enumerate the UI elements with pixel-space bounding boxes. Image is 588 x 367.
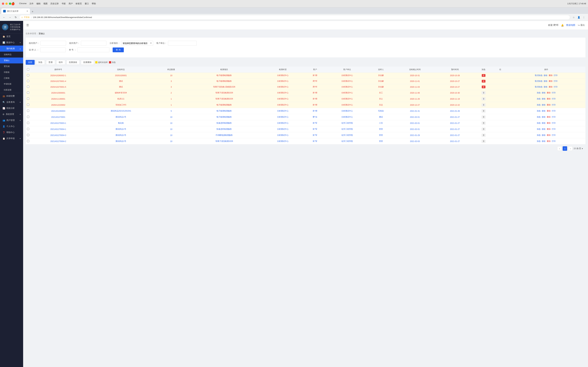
order-id-link[interactable]: 2021A01270004-1: [50, 128, 66, 130]
action-删除-link[interactable]: 删除: [549, 74, 553, 76]
profile-icon[interactable]: 👤: [577, 15, 581, 20]
action-删除-link[interactable]: 删除: [547, 140, 551, 142]
tab-close-btn[interactable]: ✕: [26, 10, 28, 12]
notification-bell-icon[interactable]: 🔔: [561, 24, 564, 26]
more-options-icon[interactable]: ⋮: [582, 15, 586, 20]
action-删除-link[interactable]: 删除: [547, 92, 551, 94]
sidebar-item-submit-sample[interactable]: 送检样品: [0, 52, 23, 58]
row-checkbox[interactable]: [27, 122, 29, 124]
menu-user[interactable]: 用户: [69, 2, 73, 5]
action-接收-link[interactable]: 接收: [542, 110, 545, 112]
action-接收-link[interactable]: 接收: [542, 140, 545, 142]
action-接收-link[interactable]: 接收: [542, 134, 545, 136]
menu-window[interactable]: 窗口: [85, 2, 89, 5]
action-接收-link[interactable]: 接收: [542, 104, 545, 106]
tab-urgent[interactable]: 加急: [36, 60, 45, 65]
action-接收-link[interactable]: 接收: [544, 80, 547, 82]
action-删除-link[interactable]: 删除: [547, 104, 551, 106]
action-加急-link[interactable]: 加急: [537, 128, 541, 130]
order-id-link[interactable]: 2020A10270001-5: [50, 86, 66, 88]
action-删除-link[interactable]: 删除: [547, 116, 551, 118]
page-size-selector[interactable]: 15 条/页 ▾: [573, 147, 583, 150]
sidebar-item-research-fund[interactable]: 💼 科研经费: [0, 93, 23, 99]
sidebar-item-pending[interactable]: 待签收: [0, 69, 23, 75]
action-取消加急-link[interactable]: 取消加急: [535, 86, 543, 88]
page-1-btn[interactable]: 1: [563, 146, 567, 151]
sidebar-item-booking[interactable]: 👤 预约检测 ▴: [0, 46, 23, 52]
mac-window-controls[interactable]: [2, 3, 11, 5]
action-加急-link[interactable]: 加急: [537, 122, 541, 124]
logout-btn[interactable]: ↪ 退出: [578, 24, 585, 27]
browser-tab[interactable]: 浙江工业大学 ✕: [1, 8, 30, 14]
menu-chrome[interactable]: Chrome: [19, 2, 26, 5]
action-打印-link[interactable]: 打印: [552, 104, 556, 106]
sidebar-item-apply-settlement[interactable]: 申请结算: [0, 81, 23, 87]
sidebar-item-shared-report[interactable]: 📋 共享申报 ▾: [0, 135, 23, 142]
action-加急-link[interactable]: 加急: [537, 92, 541, 94]
action-接收-link[interactable]: 接收: [544, 74, 547, 76]
action-接收-link[interactable]: 接收: [544, 86, 547, 88]
order-id-link[interactable]: 2020A12220002: [51, 104, 65, 106]
close-window-btn[interactable]: [2, 3, 4, 5]
order-id-link[interactable]: 2021A01270003-1: [50, 122, 66, 124]
sender-input[interactable]: [40, 48, 66, 52]
action-打印-link[interactable]: 打印: [552, 92, 556, 94]
row-checkbox[interactable]: [27, 128, 29, 130]
menu-bookmarks[interactable]: 书签: [61, 2, 66, 5]
maximize-window-btn[interactable]: [9, 3, 11, 5]
action-删除-link[interactable]: 删除: [547, 134, 551, 136]
sidebar-item-help[interactable]: ❓ 帮助中心: [0, 129, 23, 135]
order-id-link[interactable]: 2021A01270004-3: [50, 134, 66, 136]
action-打印-link[interactable]: 打印: [554, 80, 558, 82]
row-checkbox[interactable]: [27, 134, 29, 136]
back-btn[interactable]: ←: [2, 15, 6, 20]
sidebar-item-home[interactable]: 🏠 首页: [0, 33, 23, 40]
breadcrumb-parent[interactable]: 任务单管理: [26, 32, 36, 35]
action-打印-link[interactable]: 打印: [552, 128, 556, 130]
reload-btn[interactable]: ↻: [13, 15, 18, 20]
action-打印-link[interactable]: 打印: [552, 116, 556, 118]
row-checkbox[interactable]: [27, 104, 29, 106]
action-打印-link[interactable]: 打印: [552, 98, 556, 100]
address-bar[interactable]: ⚠ 不安全 | 139.196.83.198:89/home/taskSheet…: [19, 15, 570, 20]
order-id-link[interactable]: 2020A11190001: [51, 98, 65, 100]
forward-btn[interactable]: →: [8, 15, 12, 20]
action-接收-link[interactable]: 接收: [542, 98, 545, 100]
sidebar-item-system[interactable]: ⚙ 系统管理 ▾: [0, 111, 23, 117]
action-打印-link[interactable]: 打印: [552, 122, 556, 124]
order-id-link[interactable]: 2021A01260003: [51, 110, 65, 112]
action-加急-link[interactable]: 加急: [537, 140, 541, 142]
row-checkbox[interactable]: [27, 110, 29, 112]
analysis-project-select[interactable]: 请选择您要查询的分析项目: [121, 41, 153, 46]
sidebar-item-confirm[interactable]: 置确认: [0, 58, 23, 63]
action-接收-link[interactable]: 接收: [542, 128, 545, 130]
batch-delete-btn[interactable]: 批量删除: [81, 60, 94, 65]
action-打印-link[interactable]: 打印: [552, 110, 556, 112]
customer-unit-input[interactable]: [168, 41, 197, 46]
action-取消加急-link[interactable]: 取消加急: [535, 74, 543, 76]
action-加急-link[interactable]: 加急: [537, 104, 541, 106]
new-tab-btn[interactable]: +: [30, 9, 35, 14]
action-打印-link[interactable]: 打印: [552, 140, 556, 142]
order-no-input[interactable]: [78, 48, 109, 52]
row-checkbox[interactable]: [27, 140, 29, 142]
action-打印-link[interactable]: 打印: [554, 74, 558, 76]
action-加急-link[interactable]: 加急: [537, 98, 541, 100]
order-id-link[interactable]: 2021A01270004-2: [50, 140, 66, 142]
action-接收-link[interactable]: 接收: [542, 92, 545, 94]
apple-icon[interactable]: 🍎: [11, 2, 15, 5]
data-map-link[interactable]: 数据地图: [566, 24, 575, 27]
action-打印-link[interactable]: 打印: [552, 134, 556, 136]
select-all-checkbox[interactable]: [27, 68, 29, 70]
row-checkbox[interactable]: [27, 92, 29, 94]
action-打印-link[interactable]: 打印: [554, 86, 558, 88]
row-checkbox[interactable]: [27, 86, 29, 88]
menu-edit[interactable]: 编辑: [36, 2, 41, 5]
order-id-link[interactable]: 2020A10300001: [51, 92, 65, 94]
action-加急-link[interactable]: 加急: [537, 116, 541, 118]
action-删除-link[interactable]: 删除: [547, 122, 551, 124]
menu-file[interactable]: 文件: [29, 2, 34, 5]
sidebar-item-received[interactable]: 已签收: [0, 75, 23, 81]
action-加急-link[interactable]: 加急: [537, 134, 541, 136]
prev-page-btn[interactable]: ‹: [557, 146, 562, 151]
